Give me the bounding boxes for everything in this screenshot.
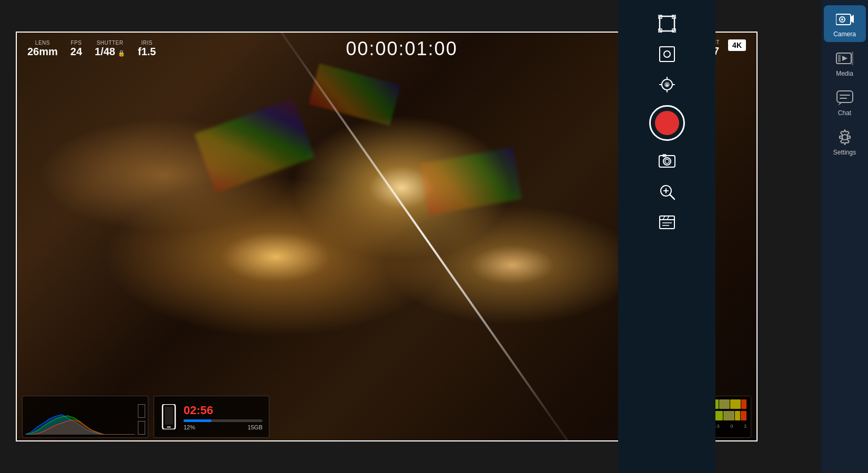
fps-label: FPS	[70, 40, 82, 46]
light-streak	[213, 33, 636, 440]
iris-value: f1.5	[138, 46, 156, 58]
storage-labels: 12% 15GB	[184, 424, 263, 430]
svg-rect-34	[852, 52, 853, 65]
toolbar-camera[interactable]: Camera	[824, 5, 866, 42]
camera-label: Camera	[833, 30, 856, 38]
record-button-inner[interactable]	[655, 111, 679, 135]
zoom-button[interactable]	[654, 179, 680, 205]
scale-label: 0	[730, 424, 733, 429]
svg-rect-33	[838, 55, 841, 62]
lens-group: LENS 26mm	[27, 40, 58, 58]
meter-seg	[735, 411, 741, 420]
diffraction-1	[194, 98, 315, 193]
svg-rect-1	[165, 407, 173, 425]
meter-seg	[719, 399, 730, 409]
shutter-value-row: 1/48 🔒	[95, 46, 125, 58]
settings-label: Settings	[833, 149, 856, 156]
timecode-display: 00:00:01:00	[346, 38, 457, 60]
chat-label: Chat	[838, 109, 851, 117]
histogram-panel	[22, 396, 148, 438]
focus-peaking-button[interactable]	[654, 41, 680, 67]
diffraction-2	[309, 63, 401, 126]
svg-line-18	[670, 194, 674, 199]
lock-icon: 🔒	[118, 50, 125, 57]
toolbar-settings[interactable]: Settings	[824, 124, 866, 160]
toolbar-media[interactable]: Media	[824, 45, 866, 81]
shutter-label: SHUTTER	[97, 40, 124, 46]
slate-button[interactable]	[654, 209, 680, 235]
scale-label: 3	[744, 424, 746, 429]
shutter-value: 1/48	[95, 46, 115, 58]
media-label: Media	[836, 70, 853, 77]
shutter-group: SHUTTER 1/48 🔒	[95, 40, 125, 58]
meter-seg	[741, 411, 746, 420]
resolution-badge: 4K	[728, 39, 746, 51]
meter-seg	[723, 411, 734, 420]
svg-point-39	[842, 135, 847, 140]
timecode-group: 00:00:01:00	[346, 38, 457, 60]
svg-rect-21	[660, 216, 674, 229]
svg-rect-2	[167, 426, 171, 428]
record-button-area[interactable]	[646, 102, 688, 144]
toolbar-chat[interactable]: Chat	[824, 84, 866, 121]
svg-rect-8	[660, 47, 674, 61]
frame-guide-button[interactable]	[654, 11, 680, 37]
right-toolbar: Camera Media Chat	[821, 0, 868, 473]
settings-icon	[835, 128, 854, 147]
iris-group: IRIS f1.5	[138, 40, 156, 58]
screenshot-button[interactable]	[654, 148, 680, 174]
resolution-group: 4K	[728, 39, 746, 51]
phone-icon	[160, 404, 177, 429]
center-controls: +	[618, 0, 715, 473]
fps-group: FPS 24	[70, 40, 82, 58]
diffraction-3	[420, 147, 522, 215]
svg-rect-35	[837, 91, 853, 102]
hud-top-left: LENS 26mm FPS 24 SHUTTER 1/48 🔒 IRIS f1	[27, 40, 156, 58]
lens-label: LENS	[35, 40, 50, 46]
storage-bar-fill	[184, 419, 211, 422]
waveform-bar-1	[138, 404, 145, 418]
iris-label: IRIS	[142, 40, 153, 46]
svg-marker-32	[842, 56, 847, 61]
meter-seg	[741, 399, 746, 409]
svg-text:+: +	[665, 82, 668, 88]
main-area: LENS 26mm FPS 24 SHUTTER 1/48 🔒 IRIS f1	[0, 0, 868, 473]
svg-point-14	[663, 158, 671, 165]
lens-value: 26mm	[27, 46, 58, 58]
storage-info: 02:56 12% 15GB	[184, 404, 263, 430]
waveform-bar-2	[138, 421, 145, 435]
battery-pct: 12%	[184, 424, 195, 430]
histogram-canvas	[25, 403, 135, 435]
media-icon	[835, 49, 854, 68]
svg-line-24	[667, 216, 669, 220]
storage-time-remaining: 02:56	[184, 404, 263, 417]
svg-line-23	[663, 216, 665, 220]
camera-icon	[835, 9, 854, 28]
record-button-outer[interactable]	[649, 105, 685, 141]
svg-point-15	[665, 159, 669, 163]
fps-value: 24	[70, 46, 82, 58]
exposure-button[interactable]: +	[654, 71, 680, 98]
storage-panel: 02:56 12% 15GB	[154, 396, 269, 438]
svg-point-9	[664, 51, 670, 57]
svg-point-30	[841, 18, 843, 20]
meter-seg	[730, 399, 741, 409]
chat-icon	[835, 88, 854, 107]
scale-label: -3	[715, 424, 720, 429]
storage-gb: 15GB	[248, 424, 263, 430]
storage-bar-container	[184, 419, 263, 422]
